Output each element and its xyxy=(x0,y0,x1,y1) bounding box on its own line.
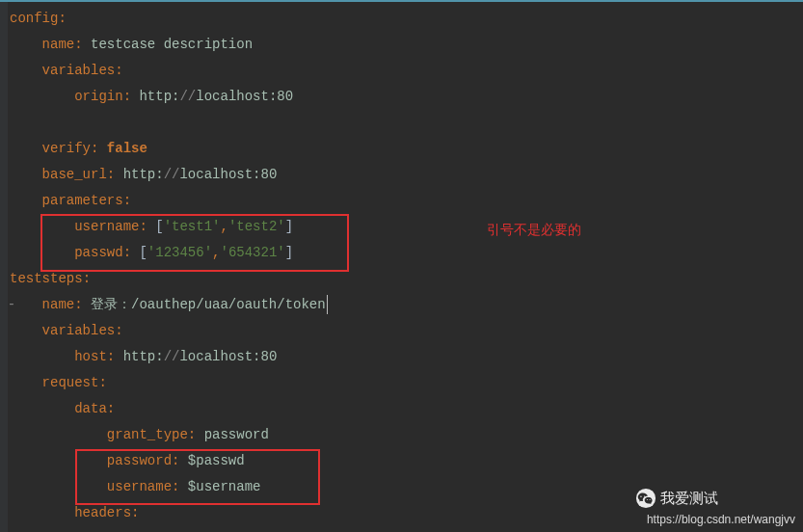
list-dash-icon: - xyxy=(6,292,17,318)
yaml-value: password xyxy=(204,427,269,442)
yaml-key: passwd xyxy=(74,245,122,260)
yaml-bool: false xyxy=(107,141,147,156)
yaml-string: '654321' xyxy=(220,245,284,260)
code-line: username: ['test1','test2'] xyxy=(8,214,803,240)
csdn-url-watermark: https://blog.csdn.net/wangjvv xyxy=(647,513,795,526)
wechat-watermark: 我爱测试 xyxy=(635,488,718,509)
yaml-key: verify xyxy=(42,141,91,156)
code-line: - name: 登录：/oauthep/uaa/oauth/token xyxy=(8,292,803,318)
editor-top-border xyxy=(0,0,803,2)
code-line: grant_type: password xyxy=(8,422,803,448)
yaml-key: base_url xyxy=(42,167,107,182)
code-line: request: xyxy=(8,370,803,396)
yaml-key: data xyxy=(74,401,107,416)
code-line: variables: xyxy=(8,318,803,344)
code-line: name: testcase description xyxy=(8,32,803,58)
gutter xyxy=(0,2,8,532)
yaml-value: $passwd xyxy=(188,453,245,468)
wechat-label: 我爱测试 xyxy=(660,490,718,508)
yaml-key: username xyxy=(74,219,139,234)
code-line: password: $passwd xyxy=(8,448,803,474)
yaml-key: username xyxy=(107,479,172,494)
yaml-key: password xyxy=(107,453,172,468)
code-line: data: xyxy=(8,396,803,422)
code-line: variables: xyxy=(8,58,803,84)
code-area[interactable]: config: name: testcase description varia… xyxy=(8,6,803,526)
yaml-key: origin xyxy=(74,89,122,104)
yaml-key: grant_type xyxy=(107,427,188,442)
code-line: teststeps: xyxy=(8,266,803,292)
code-line: host: http://localhost:80 xyxy=(8,344,803,370)
code-line-blank xyxy=(8,110,803,136)
yaml-string: '123456' xyxy=(147,245,212,260)
yaml-key: config xyxy=(10,11,58,26)
yaml-key: teststeps xyxy=(10,271,83,286)
yaml-key: name xyxy=(42,37,75,52)
code-line: base_url: http://localhost:80 xyxy=(8,162,803,188)
code-line: verify: false xyxy=(8,136,803,162)
yaml-key: parameters xyxy=(42,193,123,208)
code-line: passwd: ['123456','654321'] xyxy=(8,240,803,266)
yaml-key: request xyxy=(42,375,99,390)
text-cursor xyxy=(327,295,328,314)
yaml-value: testcase description xyxy=(91,37,253,52)
code-line: origin: http://localhost:80 xyxy=(8,84,803,110)
wechat-icon xyxy=(635,488,656,509)
yaml-key: headers xyxy=(74,505,131,520)
annotation-text: 引号不是必要的 xyxy=(487,222,581,239)
yaml-value: 登录： xyxy=(91,297,131,312)
code-line: config: xyxy=(8,6,803,32)
yaml-string: 'test2' xyxy=(228,219,285,234)
yaml-key: name xyxy=(42,297,75,312)
yaml-key: variables xyxy=(42,323,116,338)
yaml-string: 'test1' xyxy=(164,219,221,234)
code-line: parameters: xyxy=(8,188,803,214)
yaml-key: variables xyxy=(42,63,116,78)
yaml-key: host xyxy=(74,349,107,364)
yaml-value: $username xyxy=(188,479,261,494)
